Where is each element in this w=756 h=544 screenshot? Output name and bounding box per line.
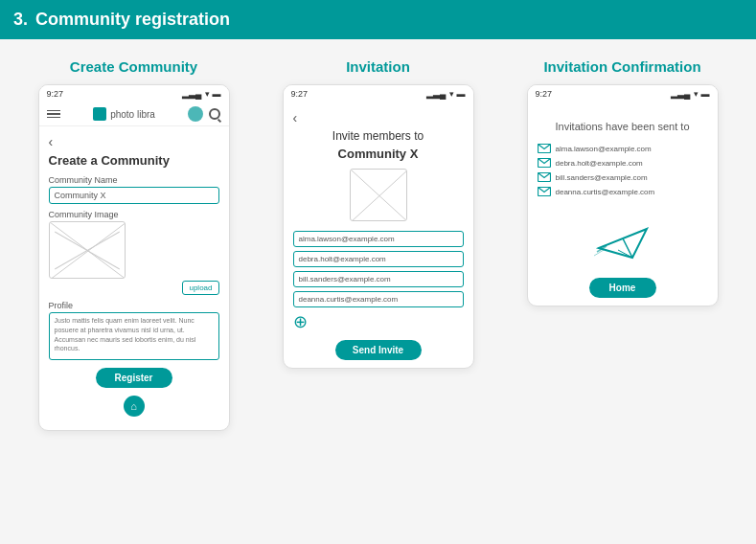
- svg-marker-8: [599, 229, 647, 258]
- logo-text: photo libra: [110, 109, 155, 120]
- upload-button[interactable]: upload: [182, 281, 218, 295]
- status-bar-1: 9:27 ▂▃▄ ▾ ▬: [39, 85, 229, 102]
- status-icons-1: ▂▃▄ ▾ ▬: [182, 89, 220, 99]
- community-image-label: Community Image: [49, 210, 219, 219]
- battery-icon-2: ▬: [457, 89, 466, 99]
- home-circle-icon[interactable]: ⌂: [124, 396, 145, 417]
- sent-emails-list: alma.lawson@example.com debra.holt@examp…: [538, 144, 708, 196]
- community-image-placeholder: [49, 221, 126, 279]
- paper-plane-icon: [589, 210, 656, 262]
- invitation-title: Invitation: [346, 58, 410, 75]
- create-community-section: Create Community 9:27 ▂▃▄ ▾ ▬: [19, 58, 248, 431]
- svg-line-2: [351, 170, 407, 221]
- register-button[interactable]: Register: [96, 368, 172, 388]
- sent-email-row-4: deanna.curtis@example.com: [538, 187, 708, 196]
- status-time-3: 9:27: [536, 89, 553, 99]
- search-icon[interactable]: [209, 108, 220, 120]
- signal-icon-3: ▂▃▄: [671, 89, 690, 99]
- invite-image-placeholder: [350, 169, 407, 221]
- invite-community-name: Community X: [293, 147, 464, 161]
- email-icon-4: [538, 187, 551, 196]
- signal-icon-1: ▂▃▄: [182, 89, 201, 99]
- confirmation-sent-title: Invitations have been sent to: [538, 120, 708, 134]
- invitation-section: Invitation 9:27 ▂▃▄ ▾ ▬ ‹ Invite members…: [263, 58, 493, 369]
- status-icons-2: ▂▃▄ ▾ ▬: [426, 89, 465, 99]
- status-bar-3: 9:27 ▂▃▄ ▾ ▬: [528, 85, 718, 102]
- community-name-label: Community Name: [49, 175, 219, 185]
- back-arrow-1[interactable]: ‹: [49, 134, 219, 149]
- confirmation-content: Invitations have been sent to alma.lawso…: [528, 102, 718, 306]
- email-icon-3: [538, 172, 551, 182]
- profile-icon[interactable]: [188, 106, 203, 122]
- nav-bar-1: photo libra: [39, 102, 229, 126]
- invite-placeholder-svg: [351, 170, 407, 221]
- email-icon-2: [538, 158, 551, 168]
- hamburger-line-2: [47, 113, 60, 115]
- email-input-1[interactable]: alma.lawson@example.com: [293, 231, 464, 247]
- email-input-3[interactable]: bill.sanders@example.com: [293, 271, 464, 287]
- confirmation-section: Invitation Confirmation 9:27 ▂▃▄ ▾ ▬ Inv…: [508, 58, 737, 306]
- status-bar-2: 9:27 ▂▃▄ ▾ ▬: [284, 85, 473, 102]
- community-name-input[interactable]: Community X: [49, 187, 219, 204]
- content-area: Create Community 9:27 ▂▃▄ ▾ ▬: [0, 39, 756, 441]
- status-time-2: 9:27: [291, 89, 309, 99]
- sent-email-row-3: bill.sanders@example.com: [538, 172, 708, 182]
- home-button[interactable]: Home: [589, 278, 656, 298]
- create-community-phone: 9:27 ▂▃▄ ▾ ▬ photo libra: [38, 84, 230, 431]
- paper-plane-area: [538, 210, 708, 266]
- back-arrow-2[interactable]: ‹: [293, 110, 464, 125]
- profile-label: Profile: [49, 301, 219, 310]
- sent-email-addr-4: deanna.curtis@example.com: [556, 188, 655, 196]
- email-input-2[interactable]: debra.holt@example.com: [293, 251, 464, 267]
- battery-icon-1: ▬: [213, 89, 221, 99]
- placeholder-x: [50, 222, 125, 278]
- sent-email-addr-1: alma.lawson@example.com: [556, 145, 652, 153]
- add-email-button[interactable]: ⊕: [293, 311, 464, 332]
- status-icons-3: ▂▃▄ ▾ ▬: [671, 89, 709, 99]
- invitation-content: ‹ Invite members to Community X alma.law…: [284, 102, 473, 368]
- sent-email-addr-2: debra.holt@example.com: [556, 159, 643, 168]
- email-input-4[interactable]: deanna.curtis@example.com: [293, 291, 464, 307]
- create-community-page-title: Create a Community: [49, 153, 219, 168]
- header-number: 3.: [13, 10, 28, 30]
- sent-email-row-1: alma.lawson@example.com: [538, 144, 708, 153]
- home-icon-area: ⌂: [49, 396, 219, 417]
- image-upload-area: upload: [49, 221, 219, 301]
- create-community-content: ‹ Create a Community Community Name Comm…: [39, 126, 229, 430]
- confirmation-phone: 9:27 ▂▃▄ ▾ ▬ Invitations have been sent …: [527, 84, 719, 306]
- email-icon-1: [538, 144, 551, 153]
- wifi-icon-1: ▾: [205, 89, 210, 99]
- wifi-icon-2: ▾: [449, 89, 454, 99]
- confirmation-title: Invitation Confirmation: [543, 58, 700, 75]
- header-title: Community registration: [35, 10, 230, 30]
- nav-logo: photo libra: [93, 107, 155, 121]
- status-time-1: 9:27: [47, 89, 64, 99]
- sent-email-row-2: debra.holt@example.com: [538, 158, 708, 168]
- profile-textarea[interactable]: Justo mattis felis quam enim laoreet vel…: [49, 312, 219, 360]
- page-header: 3. Community registration: [0, 0, 756, 39]
- hamburger-line-1: [47, 110, 60, 112]
- create-community-title: Create Community: [70, 58, 197, 75]
- invite-members-title: Invite members to: [293, 129, 464, 143]
- hamburger-line-3: [47, 117, 60, 119]
- battery-icon-3: ▬: [701, 89, 710, 99]
- sent-email-addr-3: bill.sanders@example.com: [556, 173, 648, 182]
- hamburger-menu[interactable]: [47, 110, 60, 119]
- logo-square: [93, 107, 106, 121]
- signal-icon-2: ▂▃▄: [426, 89, 446, 99]
- invitation-phone: 9:27 ▂▃▄ ▾ ▬ ‹ Invite members to Communi…: [283, 84, 474, 369]
- wifi-icon-3: ▾: [694, 89, 699, 99]
- send-invite-button[interactable]: Send Invite: [335, 340, 422, 360]
- nav-icons-right: [188, 106, 220, 122]
